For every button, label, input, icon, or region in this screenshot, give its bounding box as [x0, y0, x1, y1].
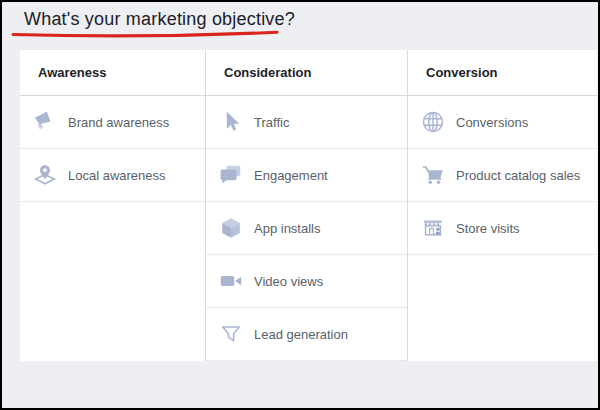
- objective-item-lead-generation[interactable]: Lead generation: [206, 308, 407, 361]
- objective-item-traffic[interactable]: Traffic: [206, 96, 407, 149]
- objective-selection-screen: What's your marketing objective? Awarene…: [0, 0, 600, 410]
- video-camera-icon: [218, 268, 244, 294]
- objective-column-awareness: AwarenessBrand awarenessLocal awareness: [20, 50, 205, 361]
- column-header-consideration: Consideration: [206, 50, 407, 96]
- megaphone-icon: [32, 109, 58, 135]
- objective-item-video-views[interactable]: Video views: [206, 255, 407, 308]
- objective-label: Video views: [254, 274, 323, 289]
- cube-icon: [218, 215, 244, 241]
- cursor-icon: [218, 109, 244, 135]
- objective-label: Lead generation: [254, 327, 348, 342]
- column-filler: [408, 255, 597, 361]
- objectives-table: AwarenessBrand awarenessLocal awarenessC…: [20, 49, 597, 360]
- objective-label: Local awareness: [68, 168, 166, 183]
- column-filler: [20, 202, 205, 361]
- objective-item-store-visits[interactable]: Store visits: [408, 202, 597, 255]
- chat-bubbles-icon: [218, 162, 244, 188]
- column-header-awareness: Awareness: [20, 50, 205, 96]
- objective-label: Brand awareness: [68, 115, 169, 130]
- objective-label: Traffic: [254, 115, 289, 130]
- red-underline-annotation: [10, 29, 282, 41]
- objective-item-engagement[interactable]: Engagement: [206, 149, 407, 202]
- objective-item-conversions[interactable]: Conversions: [408, 96, 597, 149]
- objective-label: Store visits: [456, 221, 520, 236]
- objective-label: App installs: [254, 221, 320, 236]
- objective-item-app-installs[interactable]: App installs: [206, 202, 407, 255]
- map-pin-icon: [32, 162, 58, 188]
- objective-item-brand-awareness[interactable]: Brand awareness: [20, 96, 205, 149]
- funnel-icon: [218, 321, 244, 347]
- page-title: What's your marketing objective?: [24, 9, 295, 30]
- objective-column-conversion: ConversionConversionsProduct catalog sal…: [407, 50, 597, 361]
- objective-item-product-catalog-sales[interactable]: Product catalog sales: [408, 149, 597, 202]
- objective-label: Engagement: [254, 168, 328, 183]
- objective-column-consideration: ConsiderationTrafficEngagementApp instal…: [205, 50, 407, 361]
- cart-icon: [420, 162, 446, 188]
- column-header-conversion: Conversion: [408, 50, 597, 96]
- objective-label: Conversions: [456, 115, 528, 130]
- objective-label: Product catalog sales: [456, 168, 580, 183]
- storefront-icon: [420, 215, 446, 241]
- globe-icon: [420, 109, 446, 135]
- objective-item-local-awareness[interactable]: Local awareness: [20, 149, 205, 202]
